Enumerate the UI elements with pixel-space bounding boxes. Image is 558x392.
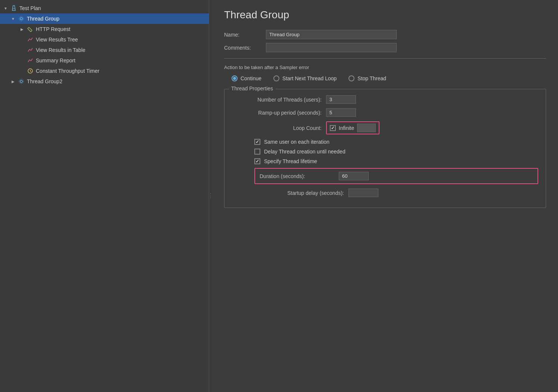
- tree-item-label: Thread Group2: [27, 78, 62, 84]
- ramp-up-row: Ramp-up period (seconds):: [232, 108, 538, 117]
- ramp-up-label: Ramp-up period (seconds):: [232, 110, 322, 116]
- expand-icon: ▼: [10, 17, 16, 21]
- tree-item-label: View Results in Table: [36, 47, 86, 53]
- svg-point-9: [19, 79, 24, 84]
- left-panel: ▼Test Plan▼Thread Group▶HTTP RequestView…: [0, 0, 209, 392]
- loop-count-infinite-label: Infinite: [339, 125, 354, 131]
- startup-delay-input[interactable]: [348, 189, 378, 197]
- startup-delay-label: Startup delay (seconds):: [254, 190, 344, 196]
- name-label: Name:: [224, 32, 261, 38]
- tree-item-label: HTTP Request: [36, 26, 70, 32]
- ramp-up-input[interactable]: [326, 108, 356, 117]
- same-user-checkbox[interactable]: [254, 139, 260, 145]
- radio-start-next[interactable]: Start Next Thread Loop: [273, 75, 337, 81]
- svg-point-8: [20, 80, 22, 83]
- radio-start-next-circle: [273, 75, 279, 81]
- tree-item-view-results-table[interactable]: View Results in Table: [0, 45, 209, 55]
- tree-item-label: Thread Group: [27, 16, 59, 22]
- duration-input[interactable]: [339, 172, 369, 180]
- delay-thread-label: Delay Thread creation until needed: [264, 149, 345, 155]
- radio-continue-circle: [232, 75, 238, 81]
- specify-lifetime-label: Specify Thread lifetime: [264, 158, 317, 164]
- loop-count-row: Loop Count: Infinite: [232, 121, 538, 134]
- num-threads-label: Number of Threads (users):: [232, 97, 322, 103]
- tree-item-label: Test Plan: [19, 5, 41, 11]
- duration-highlight: Duration (seconds):: [254, 168, 538, 184]
- page-title: Thread Group: [224, 9, 546, 21]
- radio-continue-label: Continue: [241, 75, 261, 81]
- tree-item-label: View Results Tree: [36, 37, 78, 43]
- tree-item-label: Constant Throughput Timer: [36, 68, 99, 74]
- num-threads-input[interactable]: [326, 95, 356, 104]
- tree-item-view-results-tree[interactable]: View Results Tree: [0, 34, 209, 45]
- tree-item-constant-timer[interactable]: Constant Throughput Timer: [0, 66, 209, 76]
- tree-item-test-plan[interactable]: ▼Test Plan: [0, 3, 209, 13]
- comments-row: Comments:: [224, 43, 546, 52]
- delay-thread-checkbox[interactable]: [254, 149, 260, 155]
- same-user-row: Same user on each iteration: [232, 139, 538, 145]
- gear-icon: [18, 78, 25, 85]
- chart-icon: [27, 36, 34, 43]
- tree-item-thread-group[interactable]: ▼Thread Group: [0, 13, 209, 24]
- loop-count-highlight: Infinite: [326, 121, 379, 134]
- comments-input[interactable]: [266, 43, 397, 52]
- duration-section: Duration (seconds):: [232, 168, 538, 184]
- expand-icon: ▶: [19, 27, 25, 31]
- expand-icon: ▶: [10, 80, 16, 84]
- thread-properties-section: Thread Properties Number of Threads (use…: [224, 89, 546, 208]
- sampler-error-label: Action to be taken after a Sampler error: [224, 65, 546, 70]
- chart-icon: [27, 47, 34, 53]
- chart-icon: [27, 57, 34, 64]
- loop-count-input[interactable]: [357, 124, 376, 132]
- svg-point-3: [19, 16, 24, 21]
- tree-item-thread-group2[interactable]: ▶Thread Group2: [0, 76, 209, 87]
- gear-icon: [18, 15, 25, 22]
- loop-count-infinite-checkbox[interactable]: [330, 125, 336, 131]
- delay-thread-row: Delay Thread creation until needed: [232, 149, 538, 155]
- svg-rect-4: [28, 27, 32, 32]
- radio-start-next-label: Start Next Thread Loop: [282, 75, 337, 81]
- clock-icon: [27, 68, 34, 74]
- divider-1: [224, 58, 546, 59]
- specify-lifetime-checkbox[interactable]: [254, 158, 260, 164]
- panel-resizer[interactable]: ⋮: [209, 0, 212, 392]
- radio-stop-thread-label: Stop Thread: [357, 75, 386, 81]
- startup-delay-row: Startup delay (seconds):: [232, 189, 538, 197]
- expand-icon: ▼: [3, 6, 8, 10]
- comments-label: Comments:: [224, 45, 261, 51]
- tree-item-http-request[interactable]: ▶HTTP Request: [0, 24, 209, 34]
- name-row: Name:: [224, 30, 546, 39]
- svg-point-2: [20, 18, 22, 20]
- svg-marker-0: [12, 6, 15, 10]
- radio-stop-thread-circle: [348, 75, 354, 81]
- name-input[interactable]: [266, 30, 397, 39]
- radio-stop-thread[interactable]: Stop Thread: [348, 75, 386, 81]
- radio-continue[interactable]: Continue: [232, 75, 261, 81]
- thread-properties-title: Thread Properties: [229, 85, 275, 91]
- tree-item-summary-report[interactable]: Summary Report: [0, 55, 209, 66]
- tree-item-label: Summary Report: [36, 57, 75, 63]
- right-panel: Thread Group Name: Comments: Action to b…: [212, 0, 558, 392]
- svg-line-7: [30, 71, 31, 72]
- pencil-icon: [27, 26, 34, 32]
- same-user-label: Same user on each iteration: [264, 139, 329, 145]
- specify-lifetime-row: Specify Thread lifetime: [232, 158, 538, 164]
- flask-icon: [10, 5, 17, 12]
- action-radio-group: Continue Start Next Thread Loop Stop Thr…: [224, 75, 546, 81]
- duration-label: Duration (seconds):: [260, 173, 334, 179]
- num-threads-row: Number of Threads (users):: [232, 95, 538, 104]
- loop-count-label: Loop Count:: [232, 125, 322, 131]
